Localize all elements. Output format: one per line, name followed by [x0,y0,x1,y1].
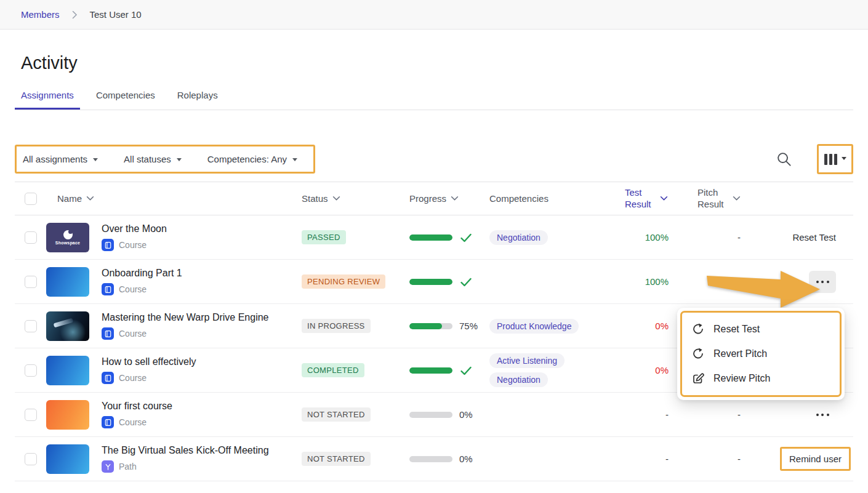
column-header-name[interactable]: Name [46,193,302,204]
row-checkbox[interactable] [25,409,37,421]
table-header-row: Name Status Progress Competencies Test R… [15,182,853,215]
column-header-pitch-result[interactable]: Pitch Result [671,187,748,210]
remind-user-button[interactable]: Remind user [780,447,851,471]
course-thumbnail [46,400,89,430]
status-badge: NOT STARTED [302,407,371,422]
search-button[interactable] [776,151,792,167]
progress-percent: 0% [459,454,473,464]
filters-highlight-box: All assignments All statuses Competencie… [15,145,315,174]
pitch-result-value: - [737,454,741,464]
course-thumbnail: Showspace [46,223,89,252]
context-menu: Reset Test Revert Pitch Review Pitch [677,308,845,400]
test-result-value: 100% [645,232,669,242]
competencies-filter-dropdown[interactable]: Competencies: Any [207,154,297,164]
menu-item-review-pitch[interactable]: Review Pitch [682,366,840,391]
row-checkbox[interactable] [25,364,37,377]
course-type-icon [102,327,114,340]
table-row: Showspace Over the Moon Course PASSED [15,215,853,260]
caret-down-icon [177,158,182,164]
sort-chevron-icon [660,196,668,201]
activity-tabs: Assignments Competencies Roleplays [15,90,853,110]
pitch-result-value: - [737,232,741,242]
column-header-status[interactable]: Status [302,193,409,204]
course-type-icon [102,283,114,295]
sort-chevron-icon [451,196,459,201]
course-name[interactable]: Mastering the New Warp Drive Engine [102,312,269,323]
test-result-value: 0% [655,321,669,331]
revert-icon [692,348,704,360]
menu-item-reset-test[interactable]: Reset Test [682,317,840,342]
test-result-value: - [665,409,669,420]
competencies-filter-label: Competencies: Any [207,154,287,164]
breadcrumb-bar: Members Test User 10 [0,0,868,30]
course-thumbnail [46,444,89,474]
table-toolbar: All assignments All statuses Competencie… [21,144,853,174]
row-checkbox[interactable] [25,231,37,244]
course-name[interactable]: Onboarding Part 1 [102,268,182,279]
status-badge: PASSED [302,230,346,244]
progress-percent: 75% [459,321,478,331]
tab-competencies[interactable]: Competencies [90,90,161,110]
course-type-icon [102,372,114,384]
check-icon [459,275,473,289]
course-name[interactable]: Your first course [102,401,172,412]
sort-chevron-icon [86,196,94,201]
assignments-filter-dropdown[interactable]: All assignments [23,154,98,164]
progress-indicator [409,364,489,377]
progress-indicator [409,275,489,289]
test-result-value: 0% [655,365,669,375]
edit-icon [692,372,704,385]
test-result-value: - [665,454,669,464]
search-icon [776,151,792,167]
row-actions-menu-button[interactable] [809,404,836,426]
progress-percent: 0% [459,409,473,420]
assignments-filter-label: All assignments [23,154,87,164]
progress-indicator: 0% [409,409,489,420]
context-menu-highlight-box: Reset Test Revert Pitch Review Pitch [680,311,842,397]
status-badge: COMPLETED [302,363,364,377]
progress-indicator: 0% [409,454,489,464]
column-header-progress[interactable]: Progress [409,193,489,204]
column-header-competencies: Competencies [489,193,594,204]
course-thumbnail [46,267,89,297]
menu-item-revert-pitch[interactable]: Revert Pitch [682,342,840,366]
row-checkbox[interactable] [25,276,37,288]
course-type-icon [102,239,114,251]
competency-tag: Negotiation [489,372,548,387]
status-badge: PENDING REVIEW [302,275,385,289]
course-name[interactable]: Over the Moon [102,223,167,234]
reset-test-action[interactable]: Reset Test [792,232,836,242]
competency-tag: Product Knowledge [489,319,579,334]
breadcrumb-members-link[interactable]: Members [21,9,60,20]
tab-assignments[interactable]: Assignments [15,90,80,110]
statuses-filter-label: All statuses [124,154,171,164]
tab-roleplays[interactable]: Roleplays [171,90,224,110]
course-name[interactable]: The Big Virtual Sales Kick-Off Meeting [102,445,269,456]
column-header-test-result[interactable]: Test Result [594,187,671,210]
ellipsis-icon [816,414,819,416]
statuses-filter-dropdown[interactable]: All statuses [124,154,182,164]
competency-tag: Active Listening [489,353,565,368]
path-type-icon [102,460,114,473]
progress-indicator [409,231,489,244]
table-row: The Big Virtual Sales Kick-Off Meeting P… [15,437,853,481]
columns-settings-button[interactable] [817,144,853,174]
sort-chevron-icon [733,196,741,201]
progress-indicator: 75% [409,321,489,331]
row-checkbox[interactable] [25,453,37,465]
moon-logo-icon [63,230,73,239]
test-result-value: 100% [645,276,669,287]
competency-tag: Negotiation [489,230,548,245]
breadcrumb-chevron-icon [72,10,78,19]
annotation-arrow [707,269,821,308]
row-checkbox[interactable] [25,320,37,332]
caret-down-icon [93,158,98,164]
course-type-icon [102,416,114,428]
select-all-checkbox[interactable] [25,193,37,205]
page-title: Activity [21,53,853,73]
reset-icon [692,323,704,335]
pitch-result-value: - [737,409,741,420]
caret-down-icon [292,158,297,164]
course-name[interactable]: How to sell effectively [102,356,196,367]
columns-icon [824,154,827,165]
